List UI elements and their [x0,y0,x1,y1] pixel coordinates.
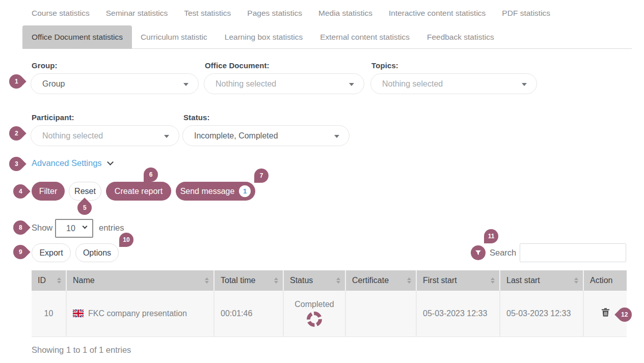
status-select-value: Incomplete, Completed [194,131,278,141]
tab-media-statistics[interactable]: Media statistics [318,7,372,19]
status-label: Status: [183,113,350,122]
callout-3: 3 [6,154,26,174]
filter-topics: Topics: Nothing selected [370,61,537,94]
tab-test-statistics[interactable]: Test statistics [184,7,231,19]
tab-seminar-statistics[interactable]: Seminar statistics [106,7,168,19]
filter-group: Group: Group [31,61,199,94]
office-document-select-value: Nothing selected [216,79,276,89]
column-filter-button[interactable] [471,245,486,260]
table-summary: Showing 1 to 1 of 1 entries [32,345,131,355]
participant-label: Participant: [32,113,179,122]
caret-down-icon [164,135,169,138]
cell-certificate [345,291,416,337]
sort-icon[interactable] [274,277,278,284]
tab-interactive-content-statistics[interactable]: Interactive content statistics [389,7,486,19]
office-document-label: Office Document: [205,61,364,70]
sort-icon[interactable] [407,277,411,284]
cell-last-start: 05-03-2023 12:33 [500,291,583,337]
column-header-status[interactable]: Status [283,270,345,291]
office-document-statistics-page: Course statistics Seminar statistics Tes… [0,0,644,363]
export-button[interactable]: Export [32,243,71,262]
topics-select-value: Nothing selected [382,79,443,89]
cell-status: Completed [283,291,345,337]
search-input[interactable] [520,243,626,262]
caret-down-icon [183,83,189,86]
completed-ring-icon [307,312,322,327]
cell-name: FKC company presentation [66,291,214,337]
uk-flag-icon [73,310,84,317]
callout-4: 4 [10,181,31,202]
tab-pdf-statistics[interactable]: PDF statistics [502,7,550,19]
caret-down-icon [349,83,354,86]
column-header-first-start[interactable]: First start [416,270,500,291]
table-header-row: ID Name Total time Status Certificate Fi… [32,270,627,291]
filter-office-document: Office Document: Nothing selected [204,61,364,94]
callout-1: 1 [6,71,26,92]
sort-icon[interactable] [336,277,340,284]
tab-pages-statistics[interactable]: Pages statistics [247,7,302,19]
participant-select-value: Nothing selected [42,131,103,141]
group-select-value: Group [42,79,65,89]
trash-icon [602,308,609,317]
group-label: Group: [32,61,199,70]
status-select[interactable]: Incomplete, Completed [182,125,350,146]
statistics-table: ID Name Total time Status Certificate Fi… [32,270,627,337]
callout-5: 5 [74,198,95,218]
column-header-action: Action [583,270,627,291]
topics-select[interactable]: Nothing selected [370,73,537,94]
send-message-label: Send message [180,187,235,196]
cell-first-start: 05-03-2023 12:33 [416,291,500,337]
column-header-certificate[interactable]: Certificate [345,270,416,291]
search-label: Search [490,248,516,258]
status-text: Completed [294,300,334,309]
delete-button[interactable] [602,308,609,319]
participant-select[interactable]: Nothing selected [31,125,179,146]
tab-learning-box-statistics[interactable]: Learning box statistics [216,33,311,42]
topics-label: Topics: [371,61,537,70]
options-button[interactable]: Options [75,243,119,262]
caret-down-icon [522,83,527,86]
column-header-total-time[interactable]: Total time [214,270,283,291]
callout-8: 8 [10,217,31,238]
tab-office-document-statistics[interactable]: Office Document statistics [22,25,132,49]
entries-select-wrap: 10 [55,219,93,238]
send-message-count-badge: 1 [239,185,251,197]
funnel-icon [475,249,481,256]
filter-participant: Participant: Nothing selected [31,113,179,146]
show-label: Show [32,223,52,233]
callout-6: 6 [144,167,158,182]
filter-button[interactable]: Filter [32,182,65,201]
document-name: FKC company presentation [88,309,187,318]
column-header-id[interactable]: ID [32,270,66,291]
callout-11: 11 [484,229,498,243]
filter-status: Status: Incomplete, Completed [182,113,350,146]
callout-7: 7 [254,169,269,183]
tab-feedback-statistics[interactable]: Feedback statistics [418,33,503,42]
tab-external-content-statistics[interactable]: External content statistics [311,33,418,42]
column-header-name[interactable]: Name [66,270,214,291]
sort-icon[interactable] [205,277,209,284]
tab-curriculum-statistic[interactable]: Curriculum statistic [132,33,216,42]
create-report-button[interactable]: Create report [106,182,171,201]
cell-total-time: 00:01:46 [214,291,283,337]
column-header-last-start[interactable]: Last start [500,270,583,291]
entries-per-page-select[interactable]: 10 [56,220,92,237]
entries-label: entries [99,223,124,233]
caret-down-icon [334,135,339,138]
callout-10: 10 [119,233,133,247]
office-document-select[interactable]: Nothing selected [204,73,364,94]
table-row: 10 FKC company presentation 00:01:46 [32,291,627,337]
tab-bar-primary: Course statistics Seminar statistics Tes… [32,7,550,19]
sort-icon[interactable] [491,277,495,284]
tab-course-statistics[interactable]: Course statistics [32,7,90,19]
advanced-settings-toggle[interactable]: Advanced Settings [32,158,113,168]
sort-icon[interactable] [57,277,61,284]
sort-icon[interactable] [574,277,578,284]
cell-id: 10 [32,291,66,337]
callout-9: 9 [10,242,31,262]
callout-2: 2 [6,123,26,144]
send-message-button[interactable]: Send message 1 [176,182,255,201]
advanced-settings-label: Advanced Settings [32,158,102,168]
tab-bar-secondary: Office Document statistics Curriculum st… [22,25,503,49]
group-select[interactable]: Group [31,73,199,94]
